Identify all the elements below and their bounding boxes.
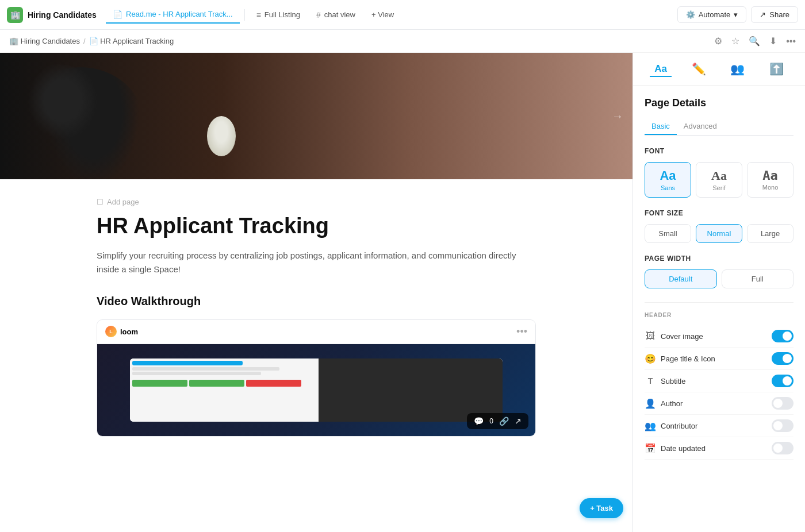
toggle-author: 👤 Author — [645, 392, 793, 415]
cover-image-icon: 🖼 — [645, 331, 656, 341]
right-panel: Aa ✏️ 👥 ⬆️ Page Details Basic Advanced F… — [632, 53, 805, 532]
loom-logo-icon: L — [105, 326, 117, 337]
add-view-label: + View — [371, 10, 394, 19]
font-sans-label: Sans — [650, 184, 686, 191]
tab-chat-view[interactable]: # chat view — [309, 7, 362, 23]
breadcrumb-logo-icon: 🏢 — [9, 37, 18, 45]
font-option-sans[interactable]: Aa Sans — [645, 162, 691, 198]
automate-button[interactable]: ⚙️ Automate ▾ — [677, 6, 747, 23]
toggle-page-title-left: 😊 Page title & Icon — [645, 353, 715, 364]
comment-count: 0 — [489, 417, 493, 425]
top-nav: 🏢 Hiring Candidates 📄 Read.me - HR Appli… — [0, 0, 805, 30]
tab-readme[interactable]: 📄 Read.me - HR Applicant Track... — [106, 6, 240, 24]
full-listing-icon: ≡ — [256, 10, 261, 20]
contributor-toggle-label: Contributor — [661, 422, 697, 430]
width-options: Default Full — [645, 269, 793, 288]
size-small[interactable]: Small — [645, 224, 691, 243]
nav-right: ⚙️ Automate ▾ ↗ Share — [677, 6, 798, 23]
toggle-contributor: 👥 Contributor — [645, 415, 793, 437]
app-logo[interactable]: 🏢 Hiring Candidates — [7, 7, 99, 23]
search-icon[interactable]: 🔍 — [749, 36, 760, 47]
cover-image-area: → — [0, 53, 632, 179]
add-page-button[interactable]: ☐ Add page — [97, 198, 536, 206]
detail-tab-advanced[interactable]: Advanced — [677, 118, 724, 135]
video-controls[interactable]: 💬 0 🔗 ↗ — [467, 413, 528, 429]
app-logo-icon: 🏢 — [7, 7, 23, 23]
size-normal[interactable]: Normal — [696, 224, 742, 243]
page-title-icon: 😊 — [645, 353, 656, 364]
toggle-contributor-left: 👥 Contributor — [645, 421, 697, 431]
readme-icon: 📄 — [113, 10, 122, 19]
font-option-serif[interactable]: Aa Serif — [696, 162, 742, 198]
chat-view-icon: # — [316, 10, 321, 20]
section-heading: Video Walkthrough — [97, 295, 536, 308]
page-width-label: Page Width — [645, 255, 793, 263]
video-inner-right — [319, 358, 503, 422]
contributor-toggle[interactable] — [772, 419, 793, 432]
panel-tab-users[interactable]: 👥 — [726, 60, 749, 78]
tab-chat-view-label: chat view — [324, 10, 355, 19]
date-updated-toggle[interactable] — [772, 442, 793, 454]
font-sans-aa: Aa — [650, 168, 686, 183]
toggle-cover-image-left: 🖼 Cover image — [645, 331, 703, 341]
page-subtitle: Simplify your recruiting process by cent… — [97, 249, 536, 276]
more-options-icon[interactable]: ••• — [786, 36, 796, 47]
author-toggle[interactable] — [772, 397, 793, 410]
video-inner — [130, 358, 503, 422]
cover-image-label: Cover image — [661, 332, 703, 341]
font-mono-label: Mono — [752, 184, 788, 191]
settings-icon[interactable]: ⚙ — [714, 36, 722, 47]
video-thumbnail[interactable]: 💬 0 🔗 ↗ — [97, 344, 535, 436]
toggle-author-left: 👤 Author — [645, 398, 683, 409]
page-title-toggle[interactable] — [772, 352, 793, 365]
breadcrumb-parent[interactable]: Hiring Candidates — [21, 37, 80, 45]
subtitle-toggle-label: Subtitle — [661, 377, 685, 385]
video-embed: L loom ••• — [97, 319, 536, 437]
breadcrumb-separator: / — [83, 37, 86, 45]
loom-label: loom — [120, 327, 138, 336]
comment-icon[interactable]: 💬 — [474, 417, 484, 426]
author-toggle-label: Author — [661, 399, 683, 408]
link-icon[interactable]: 🔗 — [499, 417, 509, 426]
video-more-icon[interactable]: ••• — [516, 326, 527, 338]
cover-arrow-icon[interactable]: → — [612, 110, 623, 123]
panel-tab-brush[interactable]: ✏️ — [687, 60, 711, 78]
font-mono-aa: Aa — [752, 168, 788, 183]
author-icon: 👤 — [645, 398, 656, 409]
breadcrumb: 🏢 Hiring Candidates / 📄 HR Applicant Tra… — [0, 30, 805, 53]
width-default[interactable]: Default — [645, 269, 717, 288]
font-option-mono[interactable]: Aa Mono — [747, 162, 793, 198]
share-button[interactable]: ↗ Share — [751, 6, 798, 23]
subtitle-icon: T — [645, 376, 656, 385]
font-options: Aa Sans Aa Serif Aa Mono — [645, 162, 793, 198]
toggle-subtitle-left: T Subtitle — [645, 376, 685, 385]
panel-divider — [645, 302, 793, 303]
external-link-icon[interactable]: ↗ — [515, 417, 522, 426]
size-large[interactable]: Large — [747, 224, 793, 243]
add-page-label: Add page — [107, 198, 139, 206]
star-icon[interactable]: ☆ — [731, 36, 739, 47]
subtitle-toggle[interactable] — [772, 375, 793, 387]
font-size-label: Font Size — [645, 209, 793, 217]
tab-add-view[interactable]: + View — [365, 7, 401, 22]
video-inner-left — [130, 358, 319, 422]
tab-readme-label: Read.me - HR Applicant Track... — [126, 10, 233, 18]
page-title: HR Applicant Tracking — [97, 213, 536, 240]
toggle-subtitle: T Subtitle — [645, 370, 793, 392]
share-icon: ↗ — [760, 10, 766, 19]
tab-full-listing[interactable]: ≡ Full Listing — [250, 7, 307, 23]
detail-tab-basic[interactable]: Basic — [645, 118, 677, 135]
width-full[interactable]: Full — [722, 269, 794, 288]
panel-tab-export[interactable]: ⬆️ — [765, 60, 788, 78]
app-name: Hiring Candidates — [28, 10, 97, 20]
panel-body: Page Details Basic Advanced Font Aa Sans… — [633, 86, 805, 471]
panel-tab-typography[interactable]: Aa — [650, 61, 672, 77]
size-options: Small Normal Large — [645, 224, 793, 243]
toggle-page-title: 😊 Page title & Icon — [645, 348, 793, 370]
breadcrumb-actions: ⚙ ☆ 🔍 ⬇ ••• — [714, 36, 796, 47]
download-icon[interactable]: ⬇ — [769, 36, 777, 47]
video-header: L loom ••• — [97, 320, 535, 344]
task-button[interactable]: + Task — [580, 498, 623, 518]
font-label: Font — [645, 147, 793, 155]
cover-image-toggle[interactable] — [772, 330, 793, 342]
